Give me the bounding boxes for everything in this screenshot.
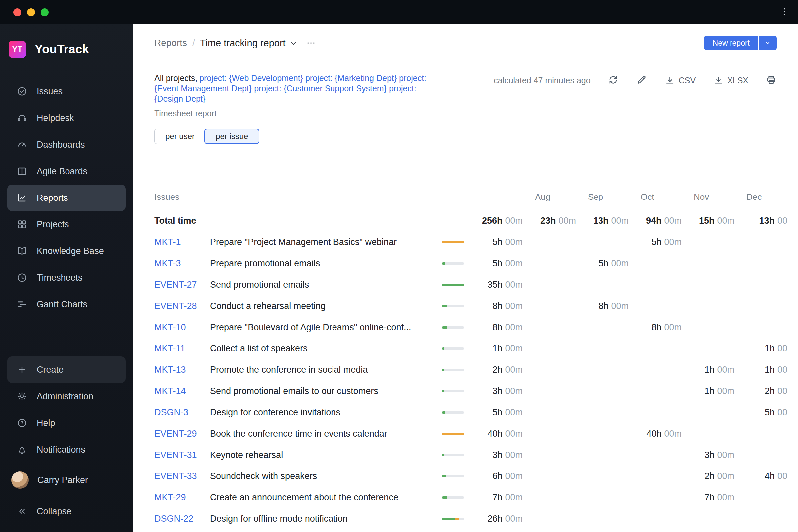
issue-id-link[interactable]: MKT-14	[154, 386, 210, 396]
sidebar-item-projects[interactable]: Projects	[7, 211, 126, 238]
issue-total-time: 3h00m	[464, 386, 528, 396]
issue-summary: Create an announcement about the confere…	[210, 492, 442, 503]
issue-id-link[interactable]: DSGN-3	[154, 407, 210, 418]
export-csv-button[interactable]: CSV	[664, 75, 696, 86]
month-cell-sep: 8h00m	[581, 301, 633, 311]
issue-summary: Book the conference time in events calen…	[210, 429, 442, 439]
kebab-menu-icon[interactable]	[779, 7, 790, 18]
table-row: EVENT-31 Keynote rehearsal 3h00m 3h00m	[154, 444, 798, 466]
issues-column-header: Issues	[154, 192, 210, 202]
edit-button[interactable]	[636, 75, 647, 87]
month-total: 15h00m	[686, 216, 739, 226]
progress-cell	[442, 326, 464, 328]
bell-icon	[17, 444, 27, 455]
issue-id-link[interactable]: MKT-1	[154, 237, 210, 247]
table-row: MKT-1 Prepare "Project Management Basics…	[154, 231, 798, 253]
issue-id-link[interactable]: MKT-3	[154, 258, 210, 269]
breadcrumb-separator: /	[192, 38, 195, 48]
progress-cell	[442, 411, 464, 414]
issue-summary: Prepare promotional emails	[210, 258, 442, 269]
issue-id-link[interactable]: EVENT-27	[154, 280, 210, 290]
issue-total-time: 8h00m	[464, 322, 528, 332]
collapse-sidebar-button[interactable]: Collapse	[7, 498, 126, 525]
sidebar-item-knowledge-base[interactable]: Knowledge Base	[7, 238, 126, 264]
month-header-nov: Nov	[686, 192, 739, 202]
download-icon	[664, 75, 675, 86]
breadcrumb-reports-link[interactable]: Reports	[154, 38, 187, 48]
help-icon	[17, 418, 27, 428]
issue-id-link[interactable]: EVENT-33	[154, 471, 210, 481]
window-controls	[13, 8, 49, 16]
issue-total-time: 8h00m	[464, 301, 528, 311]
progress-bar	[442, 241, 464, 243]
progress-bar	[442, 454, 464, 456]
sidebar-item-agile-boards[interactable]: Agile Boards	[7, 158, 126, 185]
progress-bar	[442, 369, 464, 371]
create-button[interactable]: Create	[7, 357, 126, 383]
zoom-button[interactable]	[41, 8, 49, 16]
sidebar-item-timesheets[interactable]: Timesheets	[7, 264, 126, 291]
report-title-dropdown[interactable]: Time tracking report	[200, 38, 298, 49]
dashboards-icon	[17, 139, 27, 150]
sidebar-item-label: Helpdesk	[37, 113, 74, 124]
issues-icon	[17, 86, 27, 97]
new-report-dropdown-button[interactable]	[759, 36, 777, 50]
month-header-sep: Sep	[581, 192, 633, 202]
sidebar-item-label: Agile Boards	[37, 166, 88, 176]
issue-summary: Soundcheck with speakers	[210, 471, 442, 481]
sidebar-item-gantt-charts[interactable]: Gantt Charts	[7, 291, 126, 318]
close-button[interactable]	[13, 8, 21, 16]
window-titlebar	[0, 0, 798, 24]
user-profile[interactable]: Carry Parker	[7, 467, 126, 493]
month-cell-oct: 8h00m	[633, 322, 686, 332]
sidebar-item-notifications[interactable]: Notifications	[7, 436, 126, 463]
sidebar: YT YouTrack Issues Helpdesk Dashboards A…	[0, 24, 133, 532]
sidebar-item-label: Issues	[37, 87, 62, 97]
minimize-button[interactable]	[27, 8, 35, 16]
helpdesk-icon	[17, 113, 27, 124]
youtrack-logo[interactable]: YT YouTrack	[0, 24, 133, 58]
issue-id-link[interactable]: EVENT-28	[154, 301, 210, 311]
xlsx-label: XLSX	[727, 76, 748, 86]
issue-id-link[interactable]: MKT-11	[154, 343, 210, 354]
projects-icon	[17, 219, 27, 230]
issue-total-time: 35h00m	[464, 280, 528, 290]
progress-cell	[442, 433, 464, 435]
issue-id-link[interactable]: DSGN-22	[154, 514, 210, 524]
table-header-row: Issues Aug Sep Oct Nov Dec	[154, 184, 798, 210]
month-cell-oct: 5h00m	[633, 237, 686, 247]
sidebar-item-help[interactable]: Help	[7, 410, 126, 436]
grouping-toggle: per user per issue	[154, 129, 259, 144]
sidebar-item-administration[interactable]: Administration	[7, 383, 126, 410]
issue-summary: Design for conference invitations	[210, 407, 442, 418]
breadcrumb: Reports / Time tracking report	[154, 36, 316, 50]
more-options-button[interactable]	[303, 36, 316, 50]
table-row: MKT-10 Prepare "Boulevard of Agile Dream…	[154, 317, 798, 338]
issue-id-link[interactable]: MKT-10	[154, 322, 210, 332]
month-header-oct: Oct	[633, 192, 686, 202]
sidebar-item-helpdesk[interactable]: Helpdesk	[7, 105, 126, 131]
sidebar-item-label: Knowledge Base	[37, 246, 104, 256]
table-body: MKT-1 Prepare "Project Management Basics…	[154, 231, 798, 529]
per-user-toggle[interactable]: per user	[154, 129, 205, 144]
issue-id-link[interactable]: EVENT-31	[154, 450, 210, 460]
table-row: MKT-11 Collect a list of speakers 1h00m …	[154, 338, 798, 359]
export-xlsx-button[interactable]: XLSX	[713, 75, 748, 86]
issue-id-link[interactable]: EVENT-29	[154, 429, 210, 439]
progress-cell	[442, 305, 464, 307]
sidebar-item-dashboards[interactable]: Dashboards	[7, 131, 126, 158]
issue-id-link[interactable]: MKT-29	[154, 492, 210, 503]
sidebar-item-issues[interactable]: Issues	[7, 78, 126, 105]
issue-id-link[interactable]: MKT-13	[154, 365, 210, 375]
progress-bar	[442, 433, 464, 435]
print-button[interactable]	[766, 75, 777, 87]
progress-cell	[442, 518, 464, 520]
per-issue-toggle[interactable]: per issue	[205, 129, 259, 144]
progress-bar	[442, 390, 464, 392]
new-report-button[interactable]: New report	[704, 36, 758, 50]
refresh-button[interactable]	[608, 75, 619, 87]
gear-icon	[17, 391, 27, 402]
pencil-icon	[636, 75, 647, 86]
sidebar-item-reports[interactable]: Reports	[7, 185, 126, 211]
progress-cell	[442, 390, 464, 392]
